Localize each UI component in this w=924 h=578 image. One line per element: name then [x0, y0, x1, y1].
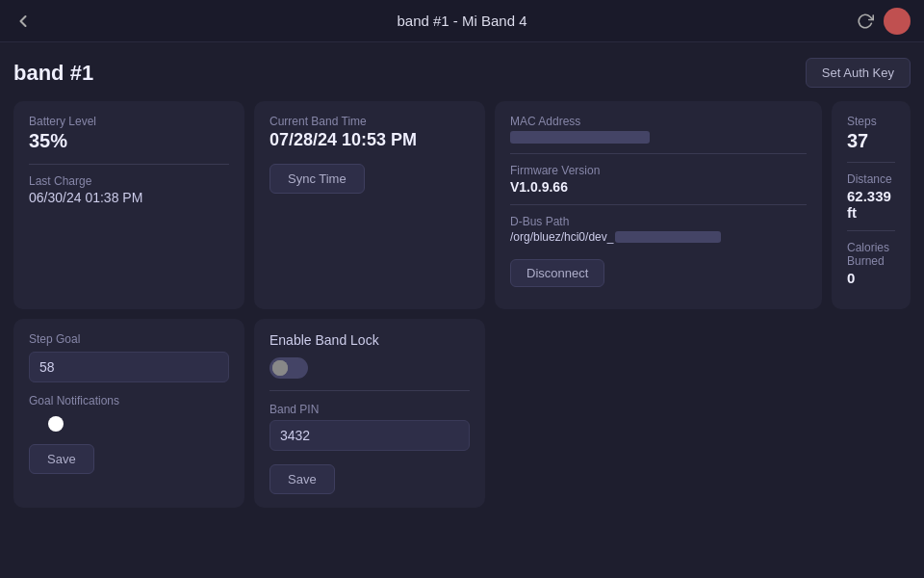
- topbar-actions: [857, 8, 911, 35]
- dbus-label: D-Bus Path: [510, 215, 807, 228]
- steps-stat: Steps 37: [847, 115, 895, 152]
- mac-label: MAC Address: [510, 115, 807, 128]
- device-info-card: MAC Address Firmware Version V1.0.9.66 D…: [495, 101, 822, 309]
- main-content: band #1 Set Auth Key Battery Level 35% L…: [0, 42, 924, 523]
- band-pin-label: Band PIN: [270, 403, 470, 416]
- mac-section: MAC Address: [510, 115, 807, 144]
- row1-grid: Battery Level 35% Last Charge 06/30/24 0…: [13, 101, 911, 309]
- back-button[interactable]: [13, 12, 33, 31]
- sync-time-button[interactable]: Sync Time: [270, 164, 365, 194]
- steps-label: Steps: [847, 115, 895, 128]
- battery-label: Battery Level: [29, 115, 229, 128]
- firmware-label: Firmware Version: [510, 164, 807, 177]
- band-time-value: 07/28/24 10:53 PM: [270, 130, 470, 150]
- refresh-button[interactable]: [857, 13, 874, 30]
- goal-notif-label: Goal Notifications: [29, 394, 229, 407]
- dbus-path-row: /org/bluez/hci0/dev_: [510, 230, 807, 244]
- last-charge-label: Last Charge: [29, 174, 229, 188]
- band-time-card: Current Band Time 07/28/24 10:53 PM Sync…: [254, 101, 485, 309]
- step-goal-save-button[interactable]: Save: [29, 444, 94, 474]
- band-pin-input[interactable]: [270, 420, 470, 451]
- mac-blur: [510, 131, 650, 144]
- step-goal-card: Step Goal Goal Notifications Save: [13, 319, 244, 508]
- topbar-title: band #1 - Mi Band 4: [397, 13, 526, 29]
- battery-divider: [29, 164, 229, 165]
- step-goal-label: Step Goal: [29, 332, 229, 346]
- dbus-blur: [615, 231, 721, 243]
- band-lock-save-button[interactable]: Save: [270, 464, 335, 494]
- page-header: band #1 Set Auth Key: [13, 58, 911, 88]
- band-lock-divider: [270, 390, 470, 391]
- info-divider1: [510, 153, 807, 154]
- row2-grid: Step Goal Goal Notifications Save Enable…: [13, 319, 911, 508]
- step-goal-input[interactable]: [29, 352, 229, 382]
- calories-value: 0: [847, 270, 895, 286]
- steps-value: 37: [847, 130, 895, 152]
- distance-value: 62.339 ft: [847, 188, 895, 221]
- battery-value: 35%: [29, 130, 229, 152]
- firmware-value: V1.0.9.66: [510, 179, 807, 195]
- dbus-prefix: /org/bluez/hci0/dev_: [510, 230, 613, 244]
- distance-stat: Distance 62.339 ft: [847, 172, 895, 221]
- dbus-section: D-Bus Path /org/bluez/hci0/dev_: [510, 215, 807, 244]
- avatar[interactable]: [884, 8, 911, 35]
- calories-stat: Calories Burned 0: [847, 241, 895, 286]
- band-lock-toggle[interactable]: [270, 357, 308, 379]
- battery-card: Battery Level 35% Last Charge 06/30/24 0…: [13, 101, 244, 309]
- info-divider2: [510, 204, 807, 205]
- topbar: band #1 - Mi Band 4: [0, 0, 924, 42]
- distance-label: Distance: [847, 172, 895, 186]
- disconnect-button[interactable]: Disconnect: [510, 259, 604, 287]
- set-auth-button[interactable]: Set Auth Key: [806, 58, 911, 88]
- stats-divider1: [847, 162, 895, 163]
- page-title: band #1: [13, 61, 93, 86]
- band-lock-card: Enable Band Lock Band PIN Save: [254, 319, 485, 508]
- calories-label: Calories Burned: [847, 241, 895, 268]
- last-charge-value: 06/30/24 01:38 PM: [29, 190, 229, 205]
- stats-card: Steps 37 Distance 62.339 ft Calories Bur…: [832, 101, 911, 309]
- band-time-label: Current Band Time: [270, 115, 470, 128]
- stats-divider2: [847, 230, 895, 231]
- firmware-section: Firmware Version V1.0.9.66: [510, 164, 807, 195]
- enable-band-lock-label: Enable Band Lock: [270, 332, 470, 348]
